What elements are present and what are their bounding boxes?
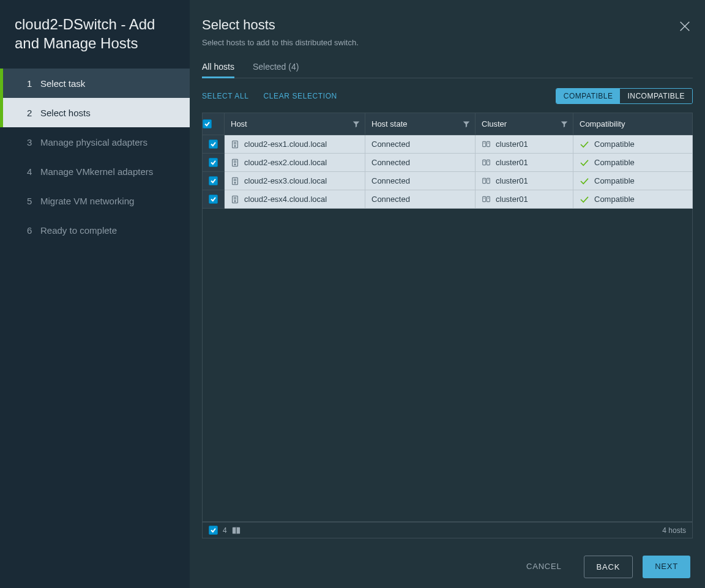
- compatibility-value: Compatible: [594, 176, 635, 185]
- column-host[interactable]: Host: [225, 113, 365, 135]
- host-state: Connected: [371, 176, 410, 185]
- host-state: Connected: [371, 140, 410, 149]
- grid-toolbar: SELECT ALL CLEAR SELECTION COMPATIBLE IN…: [190, 78, 705, 113]
- row-checkbox[interactable]: [209, 158, 218, 167]
- svg-rect-31: [487, 196, 490, 201]
- page-subtitle: Select hosts to add to this distributed …: [202, 38, 693, 47]
- tab-selected-hosts[interactable]: Selected (4): [253, 57, 299, 78]
- row-checkbox[interactable]: [209, 140, 218, 149]
- compatibility-value: Compatible: [594, 158, 635, 167]
- table-row[interactable]: cloud2-esx4.cloud.local Connected cluste…: [203, 190, 693, 209]
- svg-point-13: [234, 163, 236, 165]
- svg-rect-15: [487, 160, 490, 165]
- step-migrate-vm-networking: 5 Migrate VM networking: [0, 186, 190, 215]
- check-icon: [580, 159, 589, 166]
- filter-icon[interactable]: [463, 121, 470, 128]
- svg-point-5: [234, 145, 236, 146]
- wizard-title: cloud2-DSwitch - Add and Manage Hosts: [0, 15, 190, 65]
- svg-rect-30: [483, 196, 486, 201]
- check-icon: [580, 141, 589, 148]
- host-name: cloud2-esx1.cloud.local: [244, 140, 327, 149]
- column-compatibility[interactable]: Compatibility: [573, 113, 693, 135]
- host-state: Connected: [371, 195, 410, 204]
- svg-rect-22: [483, 178, 486, 183]
- cluster-icon: [482, 158, 491, 167]
- cancel-button[interactable]: CANCEL: [514, 556, 574, 578]
- cluster-icon: [482, 195, 491, 204]
- main-header: Select hosts Select hosts to add to this…: [190, 17, 705, 78]
- compatibility-value: Compatible: [594, 140, 635, 149]
- hosts-grid: Host Host state Cluster Compatibili: [202, 113, 693, 538]
- compatibility-value: Compatible: [594, 195, 635, 204]
- compatibility-toggle: COMPATIBLE INCOMPATIBLE: [556, 88, 693, 104]
- footer-total-count: 4 hosts: [662, 526, 686, 535]
- back-button[interactable]: BACK: [584, 556, 633, 578]
- cluster-name: cluster01: [496, 176, 528, 185]
- check-icon: [580, 177, 589, 185]
- step-ready-to-complete: 6 Ready to complete: [0, 215, 190, 245]
- host-icon: [231, 177, 239, 185]
- grid-empty-area: [202, 209, 693, 522]
- wizard-main: Select hosts Select hosts to add to this…: [190, 0, 705, 588]
- row-checkbox[interactable]: [209, 195, 218, 204]
- cluster-icon: [482, 140, 491, 149]
- filter-icon[interactable]: [561, 121, 568, 128]
- next-button[interactable]: NEXT: [643, 556, 690, 578]
- svg-rect-6: [483, 141, 486, 146]
- wizard-actions: CANCEL BACK NEXT: [190, 538, 705, 578]
- table-row[interactable]: cloud2-esx1.cloud.local Connected cluste…: [203, 135, 693, 154]
- close-icon[interactable]: [678, 20, 692, 33]
- svg-point-29: [234, 200, 236, 201]
- svg-rect-14: [483, 160, 486, 165]
- svg-rect-7: [487, 141, 490, 146]
- filter-icon[interactable]: [352, 121, 360, 128]
- row-checkbox[interactable]: [209, 176, 218, 185]
- host-name: cloud2-esx4.cloud.local: [244, 195, 327, 204]
- footer-selected-count: 4: [223, 526, 227, 535]
- grid-footer: 4 4 hosts: [202, 522, 693, 538]
- column-host-state[interactable]: Host state: [365, 113, 476, 135]
- wizard-steps: 1 Select task 2 Select hosts 3 Manage ph…: [0, 69, 190, 245]
- column-cluster[interactable]: Cluster: [476, 113, 573, 135]
- cluster-name: cluster01: [496, 140, 528, 149]
- wizard-modal: cloud2-DSwitch - Add and Manage Hosts 1 …: [0, 0, 705, 588]
- host-icon: [231, 195, 239, 204]
- host-name: cloud2-esx3.cloud.local: [244, 176, 327, 185]
- step-select-task[interactable]: 1 Select task: [0, 69, 190, 98]
- clear-selection-link[interactable]: CLEAR SELECTION: [264, 92, 337, 100]
- table-row[interactable]: cloud2-esx3.cloud.local Connected cluste…: [203, 172, 693, 190]
- host-tabs: All hosts Selected (4): [202, 57, 693, 78]
- toggle-incompatible[interactable]: INCOMPATIBLE: [620, 89, 692, 103]
- toggle-compatible[interactable]: COMPATIBLE: [556, 89, 621, 103]
- header-checkbox-cell: [203, 113, 225, 135]
- host-icon: [231, 158, 239, 167]
- select-all-link[interactable]: SELECT ALL: [202, 92, 249, 100]
- svg-rect-23: [487, 178, 490, 183]
- host-state: Connected: [371, 158, 410, 167]
- cluster-name: cluster01: [496, 195, 528, 204]
- step-manage-physical-adapters: 3 Manage physical adapters: [0, 127, 190, 157]
- cluster-name: cluster01: [496, 158, 528, 167]
- host-name: cloud2-esx2.cloud.local: [244, 158, 327, 167]
- step-select-hosts[interactable]: 2 Select hosts: [0, 98, 190, 127]
- select-all-checkbox[interactable]: [203, 119, 212, 128]
- column-picker-icon[interactable]: [232, 526, 241, 535]
- step-manage-vmkernel-adapters: 4 Manage VMkernel adapters: [0, 157, 190, 186]
- page-title: Select hosts: [202, 17, 693, 33]
- table-row[interactable]: cloud2-esx2.cloud.local Connected cluste…: [203, 154, 693, 172]
- cluster-icon: [482, 176, 491, 185]
- host-icon: [231, 140, 239, 149]
- svg-point-21: [234, 182, 236, 183]
- footer-selected-checkbox[interactable]: [209, 526, 218, 535]
- check-icon: [580, 196, 589, 203]
- tab-all-hosts[interactable]: All hosts: [202, 57, 234, 78]
- wizard-sidebar: cloud2-DSwitch - Add and Manage Hosts 1 …: [0, 0, 190, 588]
